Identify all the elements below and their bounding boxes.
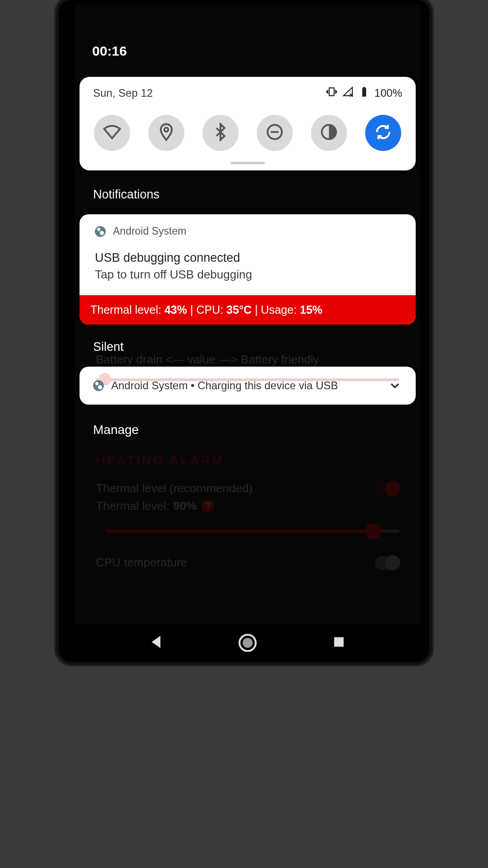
no-signal-icon [342, 86, 354, 100]
bg-thermal-value-label: Thermal level: [96, 499, 169, 513]
nav-recents-button[interactable] [331, 634, 347, 652]
silent-header: Silent [93, 340, 420, 354]
bg-cpu-temp-label: CPU temperature [96, 556, 187, 570]
usage-value: 15% [300, 303, 323, 316]
bg-cpu-toggle [375, 556, 399, 570]
nav-home-button[interactable] [239, 634, 257, 652]
svg-point-0 [164, 127, 169, 132]
bg-thermal-recommended-label: Thermal level (recommended) [96, 481, 253, 495]
battery-icon [358, 86, 370, 100]
bg-alarm-header: HEATING ALARM [96, 453, 399, 468]
qs-wifi-tile[interactable] [94, 115, 130, 151]
status-time: 00:16 [75, 5, 420, 59]
navigation-bar [75, 624, 420, 662]
android-system-icon [95, 226, 106, 237]
notif-body: Tap to turn off USB debugging [95, 268, 400, 282]
notif-app-name: Android System [113, 225, 186, 237]
wifi-icon [103, 123, 122, 143]
qs-bluetooth-tile[interactable] [202, 115, 239, 151]
notifications-header: Notifications [93, 188, 420, 202]
quick-settings-panel[interactable]: Sun, Sep 12 100% [80, 77, 416, 170]
notification-charging[interactable]: Android System • Charging this device vi… [80, 367, 416, 405]
qs-location-tile[interactable] [148, 115, 184, 151]
battery-percent: 100% [375, 87, 402, 99]
android-system-icon [93, 380, 104, 391]
thermal-value: 43% [164, 303, 187, 316]
notif-title: USB debugging connected [95, 251, 400, 265]
qs-dnd-tile[interactable] [257, 115, 293, 151]
bg-thermal-value-row: Thermal level: 90% ? [96, 499, 399, 513]
manage-button[interactable]: Manage [93, 423, 420, 437]
vibrate-icon [326, 86, 338, 100]
cpu-label: CPU: [196, 303, 223, 316]
notification-usb-debugging[interactable]: Android System USB debugging connected T… [80, 214, 416, 325]
cpu-value: 35°C [226, 303, 252, 316]
qs-auto-rotate-tile[interactable] [365, 115, 401, 151]
thermal-label: Thermal level: [90, 303, 161, 316]
help-icon: ? [201, 500, 215, 513]
dark-theme-icon [319, 123, 338, 143]
auto-rotate-icon [374, 123, 393, 143]
dnd-icon [265, 123, 284, 143]
chevron-down-icon[interactable] [388, 378, 402, 393]
usage-label: Usage: [261, 303, 296, 316]
thermal-overlay-bar: Thermal level: 43% | CPU: 35°C | Usage: … [80, 295, 416, 325]
qs-dark-theme-tile[interactable] [311, 115, 347, 151]
charging-notif-text: Android System • Charging this device vi… [111, 379, 380, 392]
bg-cpu-temp-row: CPU temperature [96, 556, 399, 570]
status-icons: 100% [326, 86, 402, 100]
bg-thermal-value: 90% [173, 499, 197, 513]
bg-thermal-toggle [375, 482, 399, 495]
bg-thermal-recommended-row: Thermal level (recommended) [96, 481, 399, 495]
bg-slider-hint: Battery drain <— value —> Battery friend… [96, 353, 399, 367]
svg-rect-3 [334, 637, 344, 647]
bluetooth-icon [211, 123, 230, 143]
location-icon [157, 123, 176, 143]
nav-back-button[interactable] [148, 634, 164, 652]
bg-thermal-slider [107, 529, 399, 533]
qs-expand-handle[interactable] [230, 162, 265, 164]
status-date: Sun, Sep 12 [93, 87, 326, 99]
